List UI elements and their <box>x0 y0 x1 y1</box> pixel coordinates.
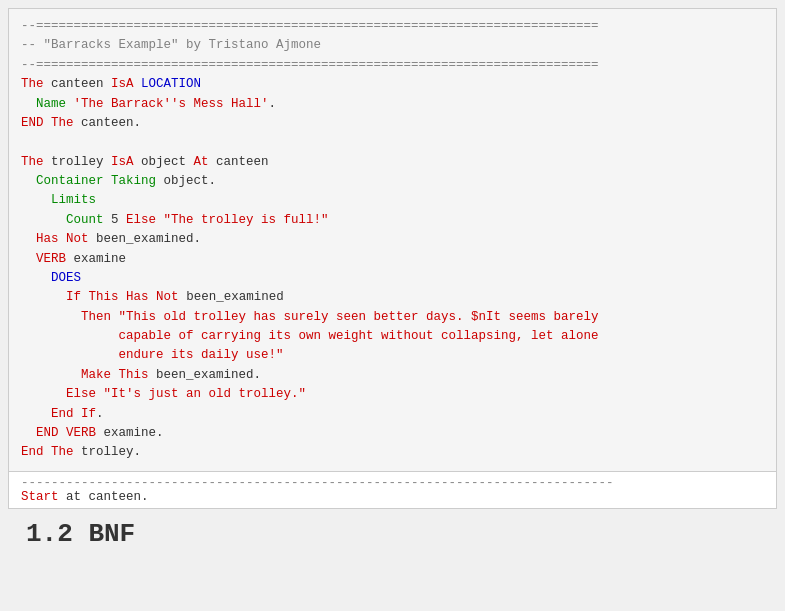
trolley-def-15: END VERB examine. <box>21 424 764 443</box>
trolley-def-2: Container Taking object. <box>21 172 764 191</box>
trolley-def-1: The trolley IsA object At canteen <box>21 153 764 172</box>
trolley-def-10: capable of carrying its own weight witho… <box>21 327 764 346</box>
canteen-def-3: END The canteen. <box>21 114 764 133</box>
trolley-def-14: End If. <box>21 405 764 424</box>
trolley-def-12: Make This been_examined. <box>21 366 764 385</box>
start-section: ----------------------------------------… <box>8 472 777 509</box>
comment-line-3: --======================================… <box>21 56 764 75</box>
blank-1 <box>21 133 764 152</box>
canteen-def-2: Name 'The Barrack''s Mess Hall'. <box>21 95 764 114</box>
footer-label: 1.2 BNF <box>8 513 777 555</box>
trolley-def-3: Limits <box>21 191 764 210</box>
canteen-def-1: The canteen IsA LOCATION <box>21 75 764 94</box>
page-container: --======================================… <box>0 0 785 611</box>
trolley-def-5: Has Not been_examined. <box>21 230 764 249</box>
dash-separator: ----------------------------------------… <box>21 476 764 490</box>
trolley-def-7: DOES <box>21 269 764 288</box>
start-line: Start at canteen. <box>21 490 764 504</box>
trolley-def-8: If This Has Not been_examined <box>21 288 764 307</box>
trolley-def-16: End The trolley. <box>21 443 764 462</box>
comment-line-2: -- "Barracks Example" by Tristano Ajmone <box>21 36 764 55</box>
trolley-def-9: Then "This old trolley has surely seen b… <box>21 308 764 327</box>
trolley-def-4: Count 5 Else "The trolley is full!" <box>21 211 764 230</box>
trolley-def-13: Else "It's just an old trolley." <box>21 385 764 404</box>
trolley-def-11: endure its daily use!" <box>21 346 764 365</box>
trolley-def-6: VERB examine <box>21 250 764 269</box>
code-block: --======================================… <box>8 8 777 472</box>
comment-line-1: --======================================… <box>21 17 764 36</box>
